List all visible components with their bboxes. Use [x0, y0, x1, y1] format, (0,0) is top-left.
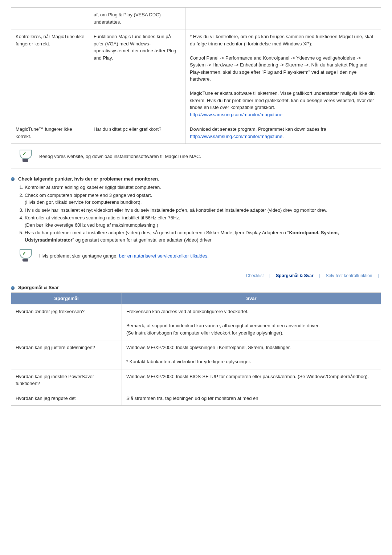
text: Bemærk, at support for videokort kan var… [126, 323, 320, 336]
list-item: Kontroller at strømledning og kabel er r… [25, 184, 381, 191]
cell: Download det seneste program. Programmet… [185, 122, 381, 144]
list-item: Hvis du har problemer med at installere … [25, 229, 381, 243]
qa-question: Hvordan kan jeg justere opløsningen? [11, 340, 122, 369]
checklist-heading-row: Check følgende punkter, hvis der er prob… [11, 176, 381, 182]
bullet-icon [11, 286, 15, 290]
magictune-link[interactable]: http://www.samsung.com/monitor/magictune [190, 112, 282, 117]
cell [11, 8, 89, 29]
text: " og genstart computeren for at geninsta… [72, 237, 211, 243]
qa-header-question: Spørgsmål [11, 293, 122, 304]
qa-answer: Windows ME/XP/2000: Indstil opløsningen … [122, 340, 381, 369]
cell: af, om Plug & Play (VESA DDC) understøtt… [89, 8, 185, 29]
qa-heading: Spørgsmål & Svar [18, 285, 59, 290]
checklist-heading: Check følgende punkter, hvis der er prob… [18, 176, 159, 182]
note-text: Besøg vores website, og download install… [39, 154, 201, 159]
service-link[interactable]: bør en autoriseret servicetekniker tilka… [119, 253, 209, 259]
mac-download-note: ✓ Besøg vores website, og download insta… [18, 150, 381, 163]
text: Control Panel -> Performance and Kontrol… [190, 55, 367, 82]
qa-answer: Windows ME/XP/2000: Indstil BIOS-SETUP f… [122, 369, 381, 391]
text: Download det seneste program. Programmet… [190, 126, 326, 132]
text: * Hvis du vil kontrollere, om en pc kan … [190, 34, 373, 46]
list-item: Kontroller at videoskærmens scanning rat… [25, 214, 381, 228]
qa-table: Spørgsmål Svar Hvordan ændrer jeg frekve… [11, 292, 381, 406]
tab-divider: | [376, 273, 381, 278]
qa-question: Hvordan kan jeg indstille PowerSaver fun… [11, 369, 122, 391]
monitor-check-icon: ✓ [18, 150, 33, 163]
list-item: Check om computeren bipper mere end 3 ga… [25, 192, 381, 206]
bullet-icon [11, 177, 15, 181]
divider [11, 169, 381, 169]
text: Hvis du har problemer med at installere … [25, 230, 289, 235]
cell: Har du skiftet pc eller grafikkort? [89, 122, 185, 144]
cell: * Hvis du vil kontrollere, om en pc kan … [185, 29, 381, 122]
tab-bar: Checklist | Spørgsmål & Svar | Selv-test… [11, 273, 381, 278]
tab-checklist[interactable]: Checklist [244, 273, 266, 278]
cell: Funktionen MagicTune findes kun på pc'er… [89, 29, 185, 122]
text: Frekvensen kan ændres ved at omkonfigure… [126, 309, 249, 314]
qa-answer: Slå strømmen fra, tag ledningen ud og tø… [122, 391, 381, 406]
magictune-troubleshoot-table: af, om Plug & Play (VESA DDC) understøtt… [11, 7, 381, 144]
magictune-link[interactable]: http://www.samsung.com/monitor/magictune [190, 134, 282, 139]
tab-divider: | [317, 273, 322, 278]
monitor-check-icon: ✓ [18, 249, 33, 262]
qa-question: Hvordan ændrer jeg frekvensen? [11, 304, 122, 340]
note-text: Hvis problemet sker gentagne gange, [39, 253, 119, 259]
qa-answer: Frekvensen kan ændres ved at omkonfigure… [122, 304, 381, 340]
cell: Kontrolleres, når MagicTune ikke fungere… [11, 29, 89, 122]
tab-divider: | [267, 273, 273, 278]
checklist: Kontroller at strømledning og kabel er r… [17, 184, 381, 243]
list-item: Hvis du selv har installeret et nyt vide… [25, 207, 381, 214]
cell: MagicTune™ fungerer ikke korrekt. [11, 122, 89, 144]
text: Windows ME/XP/2000: Indstil opløsningen … [126, 345, 291, 350]
tab-qa[interactable]: Spørgsmål & Svar [274, 273, 315, 278]
cell [185, 8, 381, 29]
tab-selftest[interactable]: Selv-test kontrolfunktion [323, 273, 374, 278]
text: MagicTune er ekstra software til skærmen… [190, 90, 375, 110]
text: * Kontakt fabrikanten af videokort for y… [126, 359, 251, 364]
qa-header-answer: Svar [122, 293, 381, 304]
service-note: ✓ Hvis problemet sker gentagne gange, bø… [18, 249, 381, 262]
qa-heading-row: Spørgsmål & Svar [11, 285, 381, 290]
qa-question: Hvordan kan jeg rengøre det [11, 391, 122, 406]
